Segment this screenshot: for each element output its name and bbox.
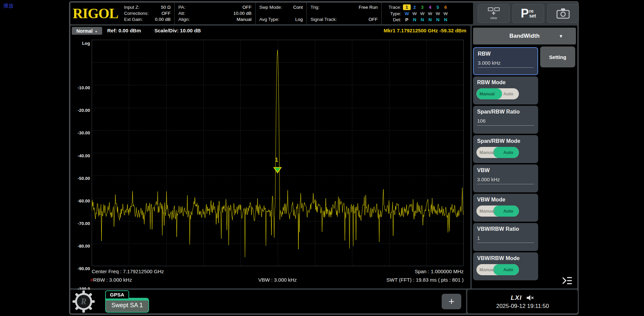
y-tick-20: -20.00 — [70, 107, 90, 114]
trigger-group: Trig:Free Run Signal Track:OFF — [306, 3, 381, 24]
vbw-annotation: VBW : 3.000 kHz — [258, 277, 297, 283]
ref-level-readout[interactable]: Ref: 0.00 dBm — [107, 28, 141, 33]
svg-text:R: R — [81, 297, 86, 306]
vbw-rbw-mode-title: VBW/RBW Mode — [477, 255, 534, 261]
view-button[interactable]: view — [478, 4, 509, 23]
trace-6-button[interactable]: 6 — [442, 4, 449, 10]
y-tick-90: -90.00 — [70, 266, 90, 272]
att-label: Att: — [178, 10, 185, 16]
system-gear-button[interactable]: R — [72, 290, 95, 314]
vbw-rbw-mode-manual[interactable]: Manual — [476, 264, 498, 275]
speaker-muted-icon[interactable] — [526, 294, 534, 302]
vbw-mode-auto[interactable]: Auto — [498, 206, 519, 217]
trace-6-type: W — [442, 11, 449, 17]
trace-6-det: N — [442, 17, 449, 23]
scale-div-readout[interactable]: Scale/Div: 10.00 dB — [154, 28, 201, 33]
trace-5-button[interactable]: 5 — [434, 4, 442, 10]
span-rbw-ratio-value[interactable]: 106 — [477, 118, 534, 126]
input-settings-group: Input Z:50 Ω Corrections:OFF Ext Gain:0.… — [120, 3, 174, 24]
rbw-value[interactable]: 3.000 kHz — [478, 60, 533, 68]
vbw-card[interactable]: VBW 3.000 kHz — [473, 164, 538, 192]
trace-mode-value: Normal — [76, 28, 92, 34]
y-tick-70: -70.00 — [70, 221, 90, 227]
trace-4-det: N — [426, 17, 434, 23]
trace-status-block: Trace: 1 2 3 4 5 6 Type: W W W W W W Det… — [381, 3, 451, 24]
preset-button[interactable]: P re set — [513, 4, 544, 23]
vbw-rbw-mode-toggle[interactable]: Manual Auto — [476, 264, 519, 275]
trace-5-type: W — [434, 11, 442, 17]
rbw-mode-card[interactable]: RBW Mode Manual Auto — [473, 76, 538, 104]
det-label: Det: — [385, 17, 401, 23]
marker1-readout: Mkr1 7.179212500 GHz -59.32 dBm — [384, 28, 466, 33]
camera-icon — [555, 7, 571, 20]
vbw-value[interactable]: 3.000 kHz — [477, 177, 534, 184]
align-value: Manual — [237, 17, 252, 22]
vbw-title: VBW — [477, 167, 534, 173]
active-mode-label: Swept SA 1 — [111, 302, 143, 309]
vbw-rbw-ratio-value[interactable]: 1 — [477, 235, 534, 243]
ext-gain-label: Ext Gain: — [124, 17, 143, 22]
span-rbw-mode-manual[interactable]: Manual — [476, 147, 498, 158]
vbw-mode-card[interactable]: VBW Mode Manual Auto — [473, 194, 538, 222]
attenuation-group: PA:OFF Att:10.00 dB Align:Manual — [174, 3, 255, 24]
marker1-label: 1 — [275, 157, 278, 163]
trace-2-button[interactable]: 2 — [411, 4, 418, 10]
amplitude-scale-label: Log — [70, 40, 90, 46]
rbw-mode-auto[interactable]: Auto — [498, 88, 519, 99]
y-tick-40: -40.00 — [70, 153, 90, 159]
trace-5-det: N — [434, 17, 442, 23]
collapse-menu-icon — [561, 276, 573, 286]
ext-gain-value: 0.00 dB — [155, 17, 171, 22]
plus-icon: + — [448, 296, 455, 307]
mode-type-badge[interactable]: GPSA — [105, 290, 129, 298]
trace-4-button[interactable]: 4 — [426, 4, 434, 10]
trace-mode-dropdown[interactable]: Normal — [72, 27, 102, 35]
att-value: 10.00 dB — [233, 10, 252, 16]
span-rbw-mode-auto[interactable]: Auto — [498, 147, 519, 158]
swp-mode-label: Swp Mode: — [259, 4, 282, 10]
rbw-title: RBW — [478, 51, 533, 57]
os-play-label: 播放 — [3, 3, 13, 9]
menu-collapse-button[interactable] — [560, 274, 574, 287]
signal-track-value: OFF — [369, 17, 378, 22]
gear-icon: R — [72, 290, 95, 313]
multi-view-icon: view — [486, 6, 502, 21]
sweep-group: Swp Mode:Cont Avg Type:Log — [255, 3, 306, 24]
type-label: Type: — [385, 11, 401, 17]
y-tick-80: -80.00 — [70, 243, 90, 249]
vbw-mode-title: VBW Mode — [477, 197, 534, 203]
span-rbw-mode-card[interactable]: Span/RBW Mode Manual Auto — [473, 135, 538, 163]
active-mode-tab[interactable]: Swept SA 1 — [105, 298, 149, 313]
add-mode-button[interactable]: + — [442, 294, 461, 309]
bandwidth-menu-panel: BandWidth ▼ Setting RBW 3.000 kHz RBW Mo… — [472, 26, 577, 288]
menu-header-dropdown[interactable]: BandWidth ▼ — [473, 28, 576, 44]
vbw-mode-toggle[interactable]: Manual Auto — [476, 206, 519, 217]
top-status-bar: RIGOL Input Z:50 Ω Corrections:OFF Ext G… — [70, 3, 473, 24]
rbw-mode-manual[interactable]: Manual — [476, 88, 498, 99]
center-freq-annotation: Center Freq : 7.179212500 GHz — [92, 268, 164, 274]
screenshot-button[interactable] — [547, 4, 579, 23]
span-rbw-ratio-card[interactable]: Span/RBW Ratio 106 — [473, 106, 538, 134]
vbw-mode-manual[interactable]: Manual — [476, 206, 498, 217]
rbw-mode-toggle[interactable]: Manual Auto — [476, 88, 519, 99]
menu-header-title: BandWidth — [509, 33, 540, 39]
y-tick-50: -50.00 — [70, 176, 90, 182]
trace-1-button[interactable]: 1 — [403, 4, 411, 10]
y-tick-30: -30.00 — [70, 130, 90, 136]
vbw-rbw-ratio-card[interactable]: VBW/RBW Ratio 1 — [473, 223, 538, 251]
avg-type-value: Log — [295, 17, 303, 22]
vbw-rbw-mode-auto[interactable]: Auto — [498, 264, 519, 275]
trig-label: Trig: — [311, 4, 320, 10]
span-rbw-ratio-title: Span/RBW Ratio — [477, 109, 534, 115]
rigol-logo: RIGOL — [70, 3, 120, 24]
preset-re-text: re — [529, 9, 536, 13]
rbw-card[interactable]: RBW 3.000 kHz — [473, 47, 538, 75]
rbw-mode-title: RBW Mode — [477, 80, 534, 86]
trace-3-button[interactable]: 3 — [418, 4, 426, 10]
spectrum-plot-canvas[interactable] — [92, 40, 464, 266]
trig-value: Free Run — [359, 4, 378, 10]
vbw-rbw-mode-card[interactable]: VBW/RBW Mode Manual Auto — [473, 252, 538, 280]
swt-annotation: SWT (FFT) : 19.83 ms ( pts : 801 ) — [386, 277, 464, 283]
tab-setting[interactable]: Setting — [540, 46, 575, 67]
span-rbw-mode-toggle[interactable]: Manual Auto — [476, 147, 519, 158]
